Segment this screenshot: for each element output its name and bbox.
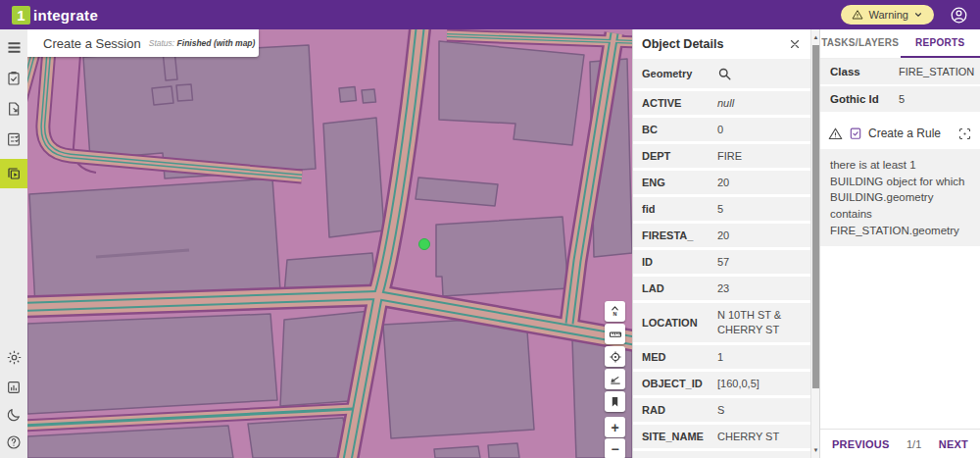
create-rule-label: Create a Rule (868, 127, 941, 140)
class-row: Class FIRE_STATION (820, 59, 980, 84)
logo-1-icon: 1 (12, 6, 30, 25)
detail-row: RADS (633, 398, 810, 422)
page-indicator: 1/1 (889, 438, 938, 450)
app-header: 1 integrate Warning (0, 0, 980, 29)
warning-triangle-icon (828, 127, 843, 141)
map-canvas[interactable]: Create a Session Status: Finished (with … (27, 29, 632, 458)
menu-icon[interactable] (6, 39, 23, 56)
detail-row: SITE_NAMECHERRY ST (633, 425, 810, 448)
sessions-icon[interactable] (0, 159, 27, 188)
object-details-title: Object Details (642, 37, 723, 51)
svg-text:N: N (613, 311, 617, 317)
page-title: Create a Session (43, 36, 141, 51)
session-status: Status: Finished (with map) (149, 38, 256, 48)
warning-label: Warning (868, 9, 908, 21)
account-icon[interactable] (950, 6, 968, 25)
dashboard-chart-icon[interactable] (6, 380, 22, 395)
detail-row: MED1 (633, 345, 810, 369)
bookmark-button[interactable] (605, 391, 625, 412)
clipboard-check-icon[interactable] (6, 71, 22, 86)
dark-mode-moon-icon[interactable] (6, 407, 22, 423)
checklist-icon[interactable] (6, 131, 22, 147)
help-icon[interactable] (6, 434, 22, 450)
next-button[interactable]: NEXT (939, 438, 968, 450)
detail-row: Geometry (633, 59, 810, 88)
warning-triangle-icon (852, 9, 863, 21)
panel-tabs: TASKS/LAYERS REPORTS (820, 29, 980, 59)
map-graphic (27, 29, 632, 458)
detail-row: BC0 (633, 118, 810, 141)
selected-object-marker (419, 239, 430, 250)
session-toolbar: Create a Session Status: Finished (with … (27, 29, 259, 57)
detail-row: FIRESTA_20 (633, 224, 810, 247)
scrollbar-thumb[interactable] (812, 45, 819, 388)
swipe-button[interactable] (605, 369, 625, 389)
detail-row: fid5 (633, 197, 810, 221)
ruler-button[interactable] (605, 324, 625, 344)
gothic-id-row: Gothic Id 5 (820, 86, 980, 112)
detail-row: LAD23 (633, 277, 810, 300)
search-icon[interactable] (717, 67, 738, 81)
zoom-out-button[interactable]: − (605, 438, 625, 458)
rule-description: there is at least 1 BUILDING object for … (820, 149, 980, 246)
detail-row: STATEnull (633, 451, 810, 458)
integrate-logo: 1 integrate (12, 6, 98, 25)
tab-tasks-layers[interactable]: TASKS/LAYERS (820, 29, 901, 58)
close-icon[interactable] (788, 37, 802, 51)
warning-dropdown-button[interactable]: Warning (841, 5, 934, 25)
locate-button[interactable] (605, 346, 625, 367)
create-rule-item[interactable]: Create a Rule (820, 118, 980, 149)
north-button[interactable]: N (605, 301, 625, 322)
tab-reports[interactable]: REPORTS (901, 29, 980, 58)
scroll-up-icon[interactable]: ▲ (811, 32, 819, 42)
rule-clipboard-icon (849, 127, 862, 140)
reports-panel: TASKS/LAYERS REPORTS Class FIRE_STATION … (819, 29, 980, 458)
app-window: 1 integrate Warning (0, 0, 980, 458)
object-details-panel: Object Details Geometry ACTIVEnull BC0 D… (632, 29, 819, 458)
detail-row: ID57 (633, 250, 810, 274)
file-icon[interactable] (6, 101, 22, 117)
scrollbar[interactable]: ▲ ▼ (810, 29, 819, 458)
detail-row: ACTIVEnull (633, 91, 810, 115)
logo-text: integrate (33, 7, 98, 24)
detail-row: ENG20 (633, 171, 810, 194)
scroll-down-icon[interactable]: ▼ (811, 445, 819, 455)
zoom-in-button[interactable]: + (605, 417, 625, 437)
detail-row: DEPTFIRE (633, 144, 810, 168)
detail-row: LOCATIONN 10TH ST & CHERRY ST (633, 303, 810, 342)
zoom-to-report-icon[interactable] (957, 127, 972, 141)
settings-gear-icon[interactable] (6, 349, 23, 366)
left-sidebar (0, 29, 27, 458)
report-pagination: PREVIOUS 1/1 NEXT (820, 429, 980, 458)
detail-row: OBJECT_ID[160,0,5] (633, 372, 810, 395)
chevron-down-icon (913, 10, 923, 20)
previous-button[interactable]: PREVIOUS (832, 438, 889, 450)
